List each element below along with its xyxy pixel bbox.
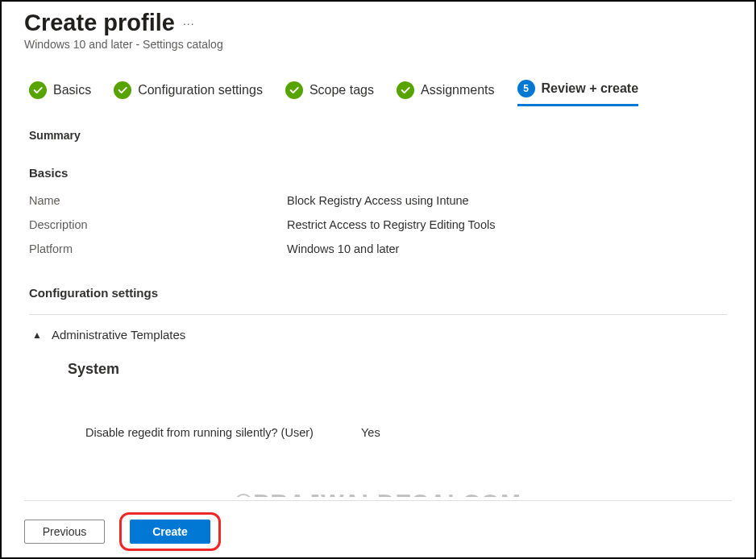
create-button[interactable]: Create bbox=[130, 520, 210, 544]
row-key: Name bbox=[29, 194, 287, 207]
basics-heading: Basics bbox=[29, 166, 727, 180]
step-basics[interactable]: Basics bbox=[29, 81, 91, 106]
step-label: Configuration settings bbox=[138, 83, 263, 97]
row-value: Block Registry Access using Intune bbox=[287, 194, 469, 207]
create-button-highlight: Create bbox=[119, 512, 221, 551]
wizard-stepper: Basics Configuration settings Scope tags… bbox=[2, 51, 754, 114]
summary-heading: Summary bbox=[29, 129, 727, 142]
row-value: Restrict Access to Registry Editing Tool… bbox=[287, 218, 495, 231]
previous-button[interactable]: Previous bbox=[24, 520, 105, 544]
step-configuration-settings[interactable]: Configuration settings bbox=[114, 81, 263, 106]
admin-templates-expander[interactable]: ▲ Administrative Templates bbox=[29, 315, 727, 354]
step-label: Scope tags bbox=[309, 83, 374, 97]
checkmark-icon bbox=[114, 81, 131, 99]
more-actions-button[interactable]: ··· bbox=[183, 17, 195, 30]
step-label: Review + create bbox=[542, 81, 639, 96]
step-label: Basics bbox=[53, 83, 91, 97]
basics-row-name: Name Block Registry Access using Intune bbox=[29, 194, 727, 207]
step-scope-tags[interactable]: Scope tags bbox=[285, 81, 374, 106]
step-review-create[interactable]: 5 Review + create bbox=[517, 80, 639, 106]
setting-row: Disable regedit from running silently? (… bbox=[85, 426, 727, 439]
configuration-settings-heading: Configuration settings bbox=[29, 286, 727, 300]
row-key: Platform bbox=[29, 242, 287, 255]
setting-value: Yes bbox=[337, 426, 380, 439]
step-label: Assignments bbox=[421, 83, 495, 97]
step-number-icon: 5 bbox=[517, 80, 535, 97]
row-key: Description bbox=[29, 218, 287, 231]
basics-row-platform: Platform Windows 10 and later bbox=[29, 242, 727, 255]
basics-row-description: Description Restrict Access to Registry … bbox=[29, 218, 727, 231]
checkmark-icon bbox=[29, 81, 47, 99]
page-subtitle: Windows 10 and later - Settings catalog bbox=[24, 38, 732, 51]
setting-label: Disable regedit from running silently? (… bbox=[85, 426, 337, 439]
divider bbox=[24, 500, 732, 501]
checkmark-icon bbox=[397, 81, 414, 99]
system-group-heading: System bbox=[68, 361, 727, 378]
expander-label: Administrative Templates bbox=[52, 328, 185, 342]
step-assignments[interactable]: Assignments bbox=[397, 81, 495, 106]
chevron-up-icon: ▲ bbox=[32, 329, 42, 341]
row-value: Windows 10 and later bbox=[287, 242, 399, 255]
page-title: Create profile bbox=[24, 10, 175, 36]
checkmark-icon bbox=[285, 81, 303, 99]
